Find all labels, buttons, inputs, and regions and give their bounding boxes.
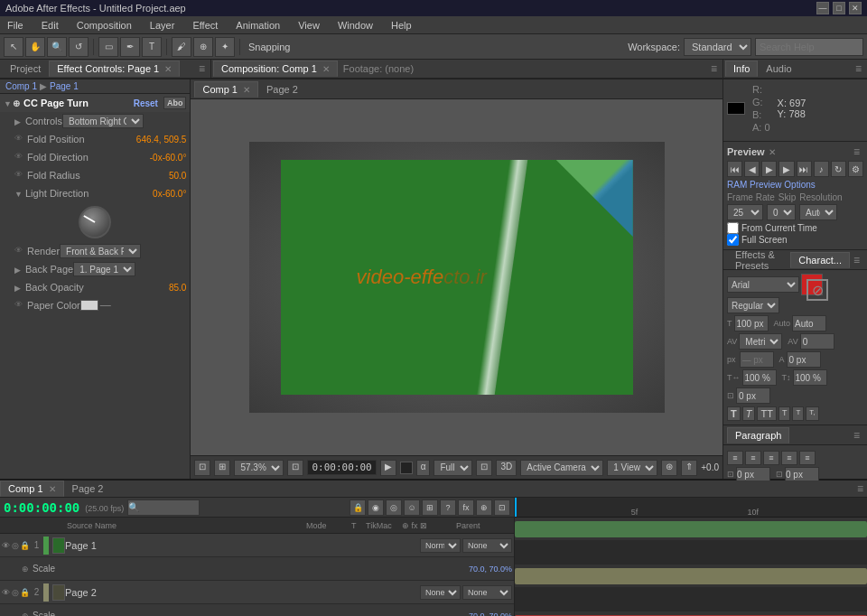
t-btn-bold[interactable]: T — [727, 406, 741, 421]
left-panel-menu[interactable]: ≡ — [195, 62, 209, 75]
t-btn-italic[interactable]: T — [742, 406, 756, 421]
align-right-btn[interactable]: ≡ — [763, 451, 779, 465]
leading-input[interactable] — [792, 315, 826, 331]
skip-select[interactable]: 0 — [767, 204, 796, 220]
tool-brush[interactable]: 🖌 — [172, 37, 191, 57]
workspace-select[interactable]: Standard — [684, 38, 751, 56]
back-page-dropdown[interactable]: 1. Page 1 — [73, 262, 135, 276]
search-help-input[interactable] — [755, 38, 863, 56]
close-btn[interactable]: ✕ — [849, 2, 862, 14]
layer-1-lock[interactable]: 🔒 — [20, 540, 30, 551]
menu-window[interactable]: Window — [334, 18, 377, 33]
resolution-select[interactable]: Auto — [799, 204, 837, 220]
dial-widget[interactable] — [79, 206, 111, 238]
tl-timecode[interactable]: 0:00:00:00 — [4, 500, 79, 515]
right-panel-menu[interactable]: ≡ — [852, 62, 865, 75]
fold-position-value[interactable]: 646.4, 509.5 — [136, 135, 187, 145]
justify-all-btn[interactable]: ≡ — [799, 451, 816, 465]
tool-rect[interactable]: ▭ — [98, 37, 118, 57]
fold-position-eye[interactable]: 👁 — [14, 134, 25, 145]
layer-1-tk[interactable]: None — [462, 538, 512, 553]
layer-1-mode[interactable]: Norm — [420, 538, 461, 553]
paper-color-eye[interactable]: 👁 — [14, 300, 25, 311]
tab-effects-presets[interactable]: Effects & Presets — [727, 247, 790, 274]
tab-comp1[interactable]: Composition: Comp 1 ✕ — [213, 61, 338, 77]
center-panel-menu[interactable]: ≡ — [707, 62, 721, 75]
kerning-select[interactable]: Metrics — [739, 333, 782, 350]
prev-to-end-btn[interactable]: ⏭ — [797, 161, 812, 177]
layer-2-eye[interactable]: 👁 — [2, 587, 10, 598]
paragraph-menu-btn[interactable]: ≡ — [850, 429, 863, 442]
layer-1-solo[interactable]: ◎ — [11, 540, 19, 551]
effects-chars-menu[interactable]: ≡ — [850, 254, 863, 266]
menu-file[interactable]: File — [4, 18, 27, 33]
size-input2[interactable] — [740, 351, 774, 368]
stroke-color-box[interactable]: ⊘ — [806, 279, 828, 301]
tab-effect-controls[interactable]: Effect Controls: Page 1 ✕ — [49, 61, 180, 77]
tl-playhead[interactable] — [515, 498, 517, 517]
justify-btn[interactable]: ≡ — [781, 451, 797, 465]
h-scale-input[interactable] — [742, 369, 777, 386]
tl-adjustments-btn[interactable]: ⊡ — [494, 499, 510, 516]
tl-fx-btn[interactable]: fx — [458, 499, 474, 516]
viewer-render-btn[interactable]: ⊛ — [661, 460, 677, 476]
maximize-btn[interactable]: □ — [833, 2, 845, 14]
tl-collapse-btn[interactable]: ⊞ — [422, 499, 438, 516]
viewer-comp1-close[interactable]: ✕ — [243, 85, 250, 95]
viewer-play-btn[interactable]: ▶ — [380, 460, 396, 476]
font-size-input[interactable] — [734, 315, 769, 331]
menu-animation[interactable]: Animation — [232, 18, 284, 33]
prev-step-fwd-btn[interactable]: ▶ — [778, 161, 794, 177]
breadcrumb-comp[interactable]: Comp 1 — [5, 81, 37, 91]
prev-audio-btn[interactable]: ♪ — [814, 161, 829, 177]
prev-play-btn[interactable]: ▶ — [761, 161, 777, 177]
prev-settings-btn[interactable]: ⚙ — [848, 161, 863, 177]
tl-lock-btn[interactable]: 🔒 — [350, 499, 366, 516]
tracking-input[interactable] — [800, 333, 834, 350]
frame-rate-select[interactable]: 25 — [727, 204, 763, 220]
timeline-tab-comp1[interactable]: Comp 1 ✕ — [0, 481, 64, 497]
viewer-snap-btn[interactable]: ⊡ — [194, 460, 210, 476]
layer-2-lock[interactable]: 🔒 — [20, 587, 30, 598]
tl-shy-btn[interactable]: ☺ — [404, 499, 420, 516]
viewer-camera-select[interactable]: Active Camera — [520, 460, 603, 476]
back-opacity-value[interactable]: 85.0 — [169, 283, 186, 293]
menu-composition[interactable]: Composition — [73, 18, 135, 33]
tl-search-input[interactable] — [127, 499, 200, 516]
minimize-btn[interactable]: — — [816, 2, 829, 14]
ram-preview-options-link[interactable]: RAM Preview Options — [727, 180, 863, 190]
viewer-region-btn[interactable]: ⊡ — [476, 460, 492, 476]
preview-close[interactable]: ✕ — [769, 147, 776, 157]
viewer-export-btn[interactable]: ⇑ — [681, 460, 697, 476]
viewer-resolution-select[interactable]: Full — [434, 460, 472, 476]
info-color-swatch[interactable] — [727, 102, 745, 115]
preview-menu-btn[interactable]: ≡ — [850, 145, 863, 158]
viewer-layout-select[interactable]: 1 View — [607, 460, 657, 476]
layer-1-sub-value[interactable]: 70.0, 70.0% — [469, 565, 512, 574]
tool-text[interactable]: T — [142, 37, 162, 57]
indent-left-input[interactable] — [736, 467, 770, 481]
viewer-3d-btn[interactable]: 3D — [496, 460, 517, 476]
align-center-btn[interactable]: ≡ — [745, 451, 761, 465]
effect-reset[interactable]: Reset — [134, 98, 158, 108]
t-btn-caps[interactable]: TT — [757, 406, 776, 421]
font-select[interactable]: Arial — [727, 276, 799, 293]
prev-step-back-btn[interactable]: ◀ — [744, 161, 760, 177]
v-scale-input[interactable] — [793, 369, 827, 386]
tool-zoom[interactable]: 🔍 — [47, 37, 67, 57]
t-btn-smallcaps[interactable]: T — [778, 406, 791, 421]
render-eye[interactable]: 👁 — [14, 246, 25, 257]
tl-qm-btn[interactable]: ? — [440, 499, 456, 516]
tool-pen[interactable]: ✒ — [120, 37, 140, 57]
tool-select[interactable]: ↖ — [4, 37, 23, 57]
layer-2-sub-value[interactable]: 70.0, 70.0% — [469, 611, 512, 617]
tab-info[interactable]: Info — [725, 61, 758, 77]
tl-motion-blur-btn[interactable]: ⊕ — [476, 499, 492, 516]
layer-2-tk[interactable]: None — [462, 585, 512, 600]
tab-comp1-close[interactable]: ✕ — [322, 64, 330, 74]
tab-paragraph[interactable]: Paragraph — [727, 427, 789, 443]
t-btn-sub[interactable]: T, — [806, 406, 818, 421]
menu-edit[interactable]: Edit — [38, 18, 62, 33]
t-btn-super[interactable]: T — [792, 406, 804, 421]
fold-radius-eye[interactable]: 👁 — [14, 170, 25, 181]
